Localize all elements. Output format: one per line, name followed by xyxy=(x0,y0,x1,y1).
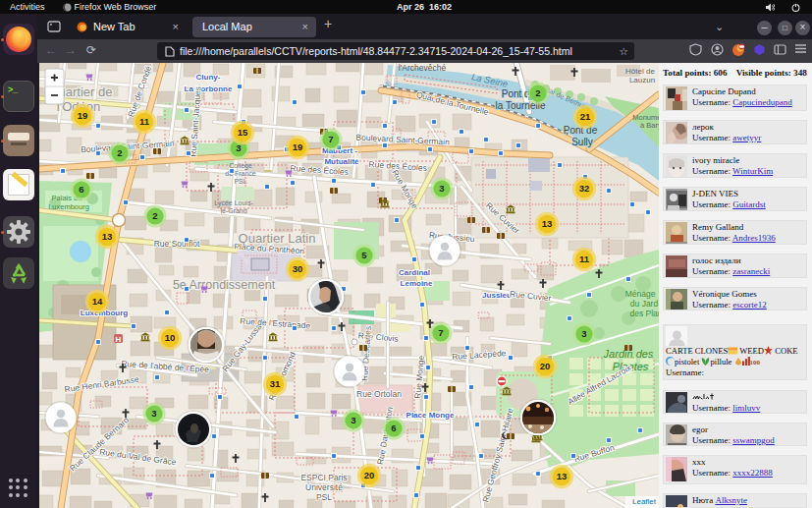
svg-text:2: 2 xyxy=(117,147,122,158)
svg-text:2: 2 xyxy=(535,87,540,98)
svg-text:20: 20 xyxy=(540,361,551,371)
svg-text:La Sorbonne: La Sorbonne xyxy=(185,85,233,93)
svg-text:Lauzun: Lauzun xyxy=(629,76,655,85)
svg-text:le-Grand: le-Grand xyxy=(220,207,246,214)
svg-text:PSL: PSL xyxy=(316,492,332,502)
svg-text:19: 19 xyxy=(293,141,303,152)
svg-text:Université: Université xyxy=(305,482,343,492)
svg-text:uartier de: uartier de xyxy=(59,85,113,99)
svg-text:H: H xyxy=(116,335,122,344)
svg-text:Leaflet: Leaflet xyxy=(632,497,657,506)
svg-text:5: 5 xyxy=(361,250,367,260)
svg-text:7: 7 xyxy=(438,327,443,338)
svg-text:l'Archevêché: l'Archevêché xyxy=(399,63,447,73)
svg-text:2: 2 xyxy=(152,210,157,221)
svg-text:Sully: Sully xyxy=(571,137,593,147)
svg-text:14: 14 xyxy=(92,296,103,307)
svg-text:Mutualité: Mutualité xyxy=(324,157,359,166)
svg-text:3: 3 xyxy=(439,183,444,194)
svg-text:PSL: PSL xyxy=(234,178,246,185)
svg-text:6: 6 xyxy=(391,423,396,433)
svg-text:21: 21 xyxy=(580,111,591,122)
svg-text:19: 19 xyxy=(78,110,88,121)
svg-text:32: 32 xyxy=(579,183,590,194)
svg-text:3: 3 xyxy=(151,408,156,419)
svg-text:13: 13 xyxy=(557,471,568,481)
svg-text:3: 3 xyxy=(236,142,241,153)
svg-text:3: 3 xyxy=(351,415,355,425)
svg-text:des Plan: des Plan xyxy=(629,309,659,318)
svg-text:Rue Ortolan: Rue Ortolan xyxy=(356,389,402,399)
svg-text:Ménage: Ménage xyxy=(625,289,656,299)
svg-text:13: 13 xyxy=(102,231,113,242)
svg-text:du Jard: du Jard xyxy=(630,299,659,309)
svg-text:11: 11 xyxy=(579,254,590,264)
svg-text:7: 7 xyxy=(328,134,333,144)
svg-text:à Barye: à Barye xyxy=(640,121,659,130)
svg-text:31: 31 xyxy=(270,378,281,389)
svg-text:15: 15 xyxy=(238,127,248,138)
svg-text:Hôtel de: Hôtel de xyxy=(625,67,655,76)
svg-text:10: 10 xyxy=(165,332,176,343)
svg-text:20: 20 xyxy=(364,470,375,480)
svg-text:Cluny-: Cluny- xyxy=(196,73,221,82)
svg-text:Lemoine: Lemoine xyxy=(401,279,433,288)
svg-text:ESPCI Paris: ESPCI Paris xyxy=(300,473,347,482)
svg-text:Rue Soufflot: Rue Soufflot xyxy=(154,239,200,249)
svg-text:3: 3 xyxy=(581,328,586,339)
svg-text:30: 30 xyxy=(293,263,303,274)
svg-text:Lycée Louis-: Lycée Louis- xyxy=(214,199,253,207)
svg-text:11: 11 xyxy=(139,116,150,127)
svg-text:6: 6 xyxy=(79,184,83,195)
svg-text:Jussieu: Jussieu xyxy=(482,291,512,300)
svg-text:Cardinal: Cardinal xyxy=(399,268,430,277)
svg-text:13: 13 xyxy=(542,218,553,229)
svg-text:Place Monge: Place Monge xyxy=(406,411,455,420)
